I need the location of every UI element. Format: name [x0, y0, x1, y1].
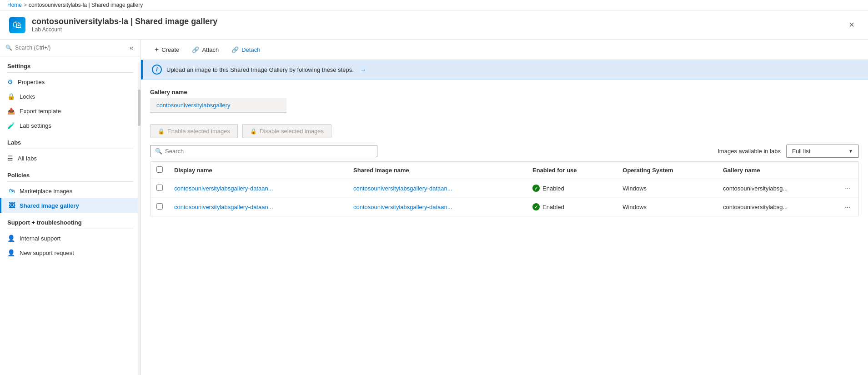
row-more-button[interactable]: ··· — [842, 184, 853, 193]
sidebar-item-label: New support request — [20, 250, 74, 256]
select-all-checkbox[interactable] — [156, 166, 163, 173]
labs-section-title: Labs — [0, 133, 140, 149]
breadcrumb-home[interactable]: Home — [7, 2, 22, 8]
sidebar-scrollbar-thumb[interactable] — [138, 90, 140, 126]
images-available-label: Images available in labs — [717, 148, 781, 155]
sidebar-divider — [7, 72, 133, 73]
sidebar-item-shared-image-gallery[interactable]: 🖼 Shared image gallery — [0, 198, 140, 213]
gallery-name-cell: contosouniversitylabsg... ··· — [717, 179, 858, 197]
display-name-link[interactable]: contosouniversitylabsgallery-dataan... — [174, 185, 273, 192]
sidebar-divider — [7, 149, 133, 149]
support-section-title: Support + troubleshooting — [0, 213, 140, 229]
row-checkbox[interactable] — [156, 185, 163, 191]
checkbox-header — [151, 162, 169, 179]
sidebar-item-label: Marketplace images — [20, 188, 72, 195]
sidebar-item-label: Internal support — [20, 235, 60, 242]
app-icon: 🛍 — [9, 17, 25, 33]
enabled-status: Enabled — [542, 185, 564, 192]
properties-icon: ⚙ — [7, 78, 13, 85]
sidebar-item-internal-support[interactable]: 👤 Internal support — [0, 231, 140, 245]
enabled-dot: ✓ — [532, 185, 540, 192]
breadcrumb-current: contosouniversitylabs-la | Shared image … — [29, 2, 143, 8]
enabled-cell: ✓ Enabled — [527, 179, 617, 198]
create-button[interactable]: + Create — [150, 43, 184, 56]
marketplace-images-icon: 🛍 — [9, 187, 15, 195]
toolbar: + Create 🔗 Attach 🔗 Detach — [141, 40, 868, 60]
search-filter-row: 🔍 Images available in labs Full list ▼ — [150, 145, 859, 158]
page-title: contosouniversitylabs-la | Shared image … — [32, 17, 217, 26]
sidebar-item-label: Properties — [18, 79, 45, 85]
sidebar-divider — [7, 229, 133, 229]
images-table: Display name Shared image name Enabled f… — [151, 162, 858, 216]
enabled-for-use-header: Enabled for use — [527, 162, 617, 179]
top-bar: 🛍 contosouniversitylabs-la | Shared imag… — [0, 10, 868, 40]
title-block: contosouniversitylabs-la | Shared image … — [32, 17, 217, 33]
row-checkbox[interactable] — [156, 203, 163, 210]
shared-image-name-link[interactable]: contosouniversitylabsgallery-dataan... — [353, 185, 452, 192]
settings-section-title: Settings — [0, 56, 140, 72]
search-input[interactable] — [165, 148, 372, 155]
close-button[interactable]: × — [844, 18, 859, 32]
sidebar-item-properties[interactable]: ⚙ Properties — [0, 75, 140, 89]
enabled-cell: ✓ Enabled — [527, 198, 617, 216]
row-more-button[interactable]: ··· — [842, 202, 853, 211]
sidebar-item-lab-settings[interactable]: 🧪 Lab settings — [0, 118, 140, 133]
sidebar-search-input[interactable] — [15, 45, 125, 51]
enable-selected-images-button[interactable]: 🔒 Enable selected images — [150, 124, 238, 138]
sidebar-item-label: All labs — [18, 155, 37, 162]
export-template-icon: 📤 — [7, 107, 15, 115]
actions-row: 🔒 Enable selected images 🔒 Disable selec… — [150, 124, 859, 138]
attach-label: Attach — [202, 46, 219, 53]
row-checkbox-cell — [151, 179, 169, 198]
info-banner-text: Upload an image to this Shared Image Gal… — [166, 66, 354, 73]
enabled-badge: ✓ Enabled — [532, 203, 612, 210]
sidebar-divider — [7, 181, 133, 182]
top-bar-left: 🛍 contosouniversitylabs-la | Shared imag… — [9, 17, 217, 33]
sidebar-item-new-support-request[interactable]: 👤 New support request — [0, 245, 140, 260]
operating-system-header: Operating System — [617, 162, 717, 179]
row-checkbox-cell — [151, 198, 169, 216]
sidebar-item-marketplace-images[interactable]: 🛍 Marketplace images — [0, 184, 140, 198]
filter-dropdown[interactable]: Full list ▼ — [786, 145, 859, 158]
sidebar-item-locks[interactable]: 🔒 Locks — [0, 89, 140, 104]
chevron-down-icon: ▼ — [848, 149, 853, 154]
detach-label: Detach — [241, 46, 260, 53]
display-name-cell: contosouniversitylabsgallery-dataan... — [169, 179, 348, 198]
shared-image-name-link[interactable]: contosouniversitylabsgallery-dataan... — [353, 204, 452, 210]
sidebar-item-label: Shared image gallery — [20, 202, 79, 209]
disable-selected-images-button[interactable]: 🔒 Disable selected images — [242, 124, 331, 138]
shared-image-name-cell: contosouniversitylabsgallery-dataan... — [348, 198, 527, 216]
os-cell: Windows — [617, 198, 717, 216]
sidebar-collapse-button[interactable]: « — [128, 43, 135, 52]
sidebar-scrollbar-track — [138, 62, 140, 375]
filter-value: Full list — [792, 148, 810, 155]
sidebar-item-export-template[interactable]: 📤 Export template — [0, 104, 140, 118]
shared-image-name-header: Shared image name — [348, 162, 527, 179]
enabled-dot: ✓ — [532, 203, 540, 210]
os-cell: Windows — [617, 179, 717, 198]
lock-icon: 🔒 — [250, 128, 257, 135]
sidebar-item-label: Export template — [20, 108, 61, 115]
settings-section: Settings ⚙ Properties 🔒 Locks 📤 Export t… — [0, 56, 140, 133]
content-body: Gallery name contosouniversitylabsgaller… — [141, 80, 868, 375]
search-icon: 🔍 — [5, 45, 12, 51]
attach-button[interactable]: 🔗 Attach — [187, 44, 223, 55]
sidebar: 🔍 « Settings ⚙ Properties 🔒 Locks 📤 Expo… — [0, 40, 141, 375]
breadcrumb-separator: > — [24, 2, 27, 8]
detach-button[interactable]: 🔗 Detach — [227, 44, 265, 55]
display-name-link[interactable]: contosouniversitylabsgallery-dataan... — [174, 204, 273, 210]
disable-btn-label: Disable selected images — [260, 128, 324, 135]
policies-section: Policies 🛍 Marketplace images 🖼 Shared i… — [0, 165, 140, 213]
info-banner-link[interactable]: → — [360, 66, 366, 73]
gallery-name-header: Gallery name — [717, 162, 858, 179]
labs-section: Labs ☰ All labs — [0, 133, 140, 165]
attach-icon: 🔗 — [192, 46, 199, 53]
search-icon: 🔍 — [155, 148, 162, 155]
sidebar-item-all-labs[interactable]: ☰ All labs — [0, 151, 140, 165]
display-name-header: Display name — [169, 162, 348, 179]
info-banner: i Upload an image to this Shared Image G… — [141, 60, 868, 80]
search-input-wrap: 🔍 — [150, 145, 377, 157]
gallery-name-cell: contosouniversitylabsg... ··· — [717, 198, 858, 216]
images-table-wrap: Display name Shared image name Enabled f… — [150, 161, 859, 216]
sidebar-search-bar: 🔍 « — [0, 40, 140, 56]
